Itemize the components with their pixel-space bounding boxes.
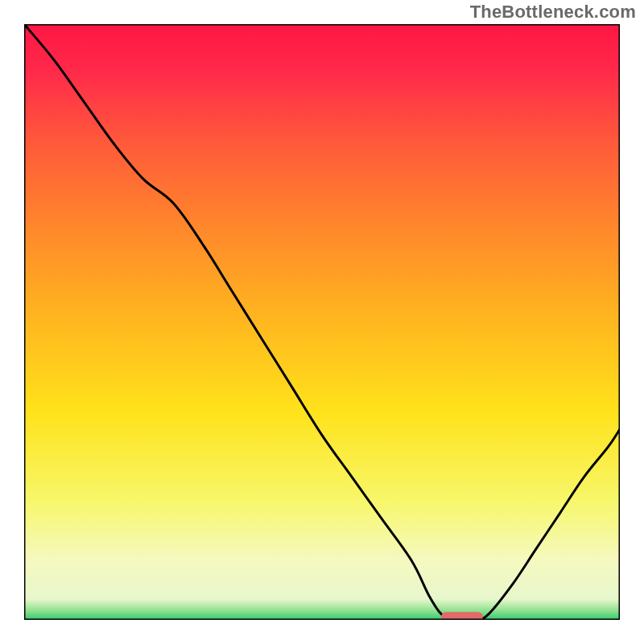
chart-frame: TheBottleneck.com	[0, 0, 644, 644]
gradient-background	[24, 24, 620, 620]
watermark-label: TheBottleneck.com	[470, 2, 636, 23]
bottleneck-chart	[24, 24, 620, 620]
plot-area	[24, 24, 620, 620]
